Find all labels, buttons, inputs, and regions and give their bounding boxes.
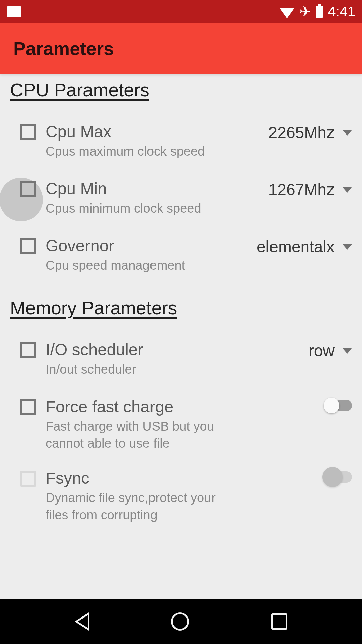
row-io-scheduler[interactable]: I/O scheduler In/out scheduler row xyxy=(10,332,352,389)
row-governor[interactable]: Governor Cpu speed management elementalx xyxy=(10,228,352,285)
checkbox-cpu-min[interactable] xyxy=(20,181,36,197)
value-text: 2265Mhz xyxy=(268,123,335,142)
content: CPU Parameters Cpu Max Cpus maximum cloc… xyxy=(0,74,362,532)
row-subtitle: Fast charge with USB but you cannot able… xyxy=(46,418,227,452)
row-cpu-min[interactable]: Cpu Min Cpus minimum clock speed 1267Mhz xyxy=(10,171,352,228)
row-subtitle: Cpu speed management xyxy=(46,257,251,274)
dropdown-cpu-min[interactable]: 1267Mhz xyxy=(268,180,352,199)
row-text: Cpu Min Cpus minimum clock speed xyxy=(46,179,263,217)
section-header-cpu: CPU Parameters xyxy=(10,79,352,101)
row-fsync[interactable]: Fsync Dynamic file sync,protect your fil… xyxy=(10,461,352,532)
row-title: Governor xyxy=(46,236,251,255)
status-bar: ✈ 4:41 xyxy=(0,0,362,23)
chevron-down-icon xyxy=(343,244,352,250)
status-right: ✈ 4:41 xyxy=(279,4,355,20)
row-text: I/O scheduler In/out scheduler xyxy=(46,340,303,378)
battery-icon xyxy=(316,6,323,18)
row-cpu-max[interactable]: Cpu Max Cpus maximum clock speed 2265Mhz xyxy=(10,114,352,171)
chevron-down-icon xyxy=(343,348,352,354)
row-text: Governor Cpu speed management xyxy=(46,236,251,274)
airplane-mode-icon: ✈ xyxy=(299,5,311,19)
toggle-thumb xyxy=(322,467,343,487)
checkbox-cpu-max[interactable] xyxy=(20,124,36,140)
row-title: I/O scheduler xyxy=(46,340,303,359)
value-text: elementalx xyxy=(257,237,335,256)
row-subtitle: Dynamic file sync,protect your files fro… xyxy=(46,489,227,524)
row-subtitle: Cpus maximum clock speed xyxy=(46,143,263,160)
row-text: Cpu Max Cpus maximum clock speed xyxy=(46,122,263,160)
checkbox-fsync[interactable] xyxy=(20,471,36,487)
status-left xyxy=(7,6,21,17)
row-title: Cpu Min xyxy=(46,179,263,198)
app-title: Parameters xyxy=(13,38,114,59)
wifi-icon xyxy=(279,8,295,18)
app-notification-icon xyxy=(7,6,21,17)
row-subtitle: Cpus minimum clock speed xyxy=(46,200,263,217)
row-text: Fsync Dynamic file sync,protect your fil… xyxy=(46,469,320,524)
toggle-fsync[interactable] xyxy=(326,471,352,483)
toggle-fast-charge[interactable] xyxy=(326,400,352,411)
nav-home-button[interactable] xyxy=(171,612,189,631)
row-text: Force fast charge Fast charge with USB b… xyxy=(46,397,320,452)
section-header-memory: Memory Parameters xyxy=(10,297,352,319)
chevron-down-icon xyxy=(343,187,352,193)
row-subtitle: In/out scheduler xyxy=(46,361,303,378)
row-fast-charge[interactable]: Force fast charge Fast charge with USB b… xyxy=(10,389,352,461)
value-text: row xyxy=(309,341,335,360)
status-time: 4:41 xyxy=(328,4,355,20)
app-bar: Parameters xyxy=(0,23,362,74)
dropdown-io-scheduler[interactable]: row xyxy=(309,341,352,360)
nav-back-button[interactable] xyxy=(75,612,89,631)
checkbox-governor[interactable] xyxy=(20,238,36,254)
value-text: 1267Mhz xyxy=(268,180,335,199)
chevron-down-icon xyxy=(343,130,352,136)
dropdown-cpu-max[interactable]: 2265Mhz xyxy=(268,123,352,142)
nav-recent-button[interactable] xyxy=(271,613,287,630)
row-title: Fsync xyxy=(46,469,320,487)
checkbox-io-scheduler[interactable] xyxy=(20,342,36,358)
row-title: Cpu Max xyxy=(46,122,263,141)
dropdown-governor[interactable]: elementalx xyxy=(257,237,352,256)
navigation-bar xyxy=(0,599,362,644)
checkbox-fast-charge[interactable] xyxy=(20,399,36,415)
toggle-thumb xyxy=(324,398,339,413)
row-title: Force fast charge xyxy=(46,397,320,416)
